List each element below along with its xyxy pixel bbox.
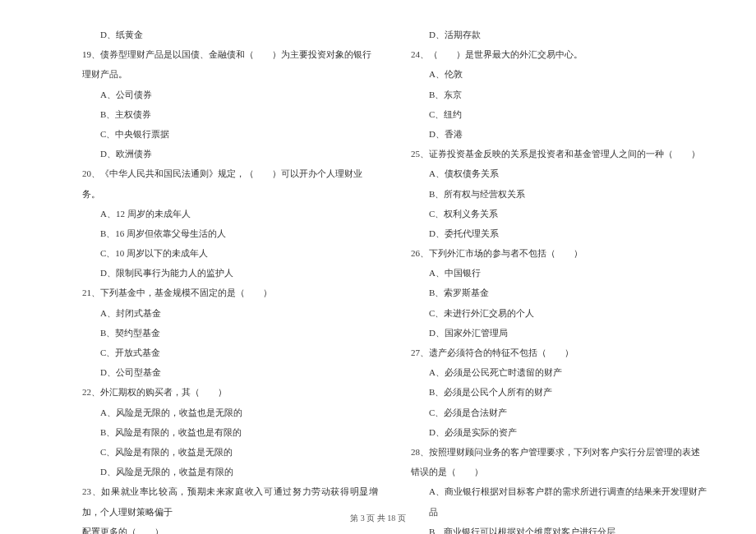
option-21c: C、开放式基金 — [82, 343, 378, 362]
option-22b: B、风险是有限的，收益也是有限的 — [82, 422, 378, 442]
page-content: D、纸黄金 19、债券型理财产品是以国债、金融债和（ ）为主要投资对象的银行理财… — [0, 0, 756, 509]
option-20a: A、12 周岁的未成年人 — [82, 204, 378, 223]
question-22: 22、外汇期权的购买者，其（ ） — [82, 382, 378, 402]
option-27b: B、必须是公民个人所有的财产 — [411, 382, 707, 402]
page-footer: 第 3 页 共 18 页 — [0, 513, 756, 524]
question-19: 19、债券型理财产品是以国债、金融债和（ ）为主要投资对象的银行理财产品。 — [82, 44, 378, 84]
option-26b: B、索罗斯基金 — [411, 283, 707, 302]
option-19d: D、欧洲债券 — [82, 144, 378, 163]
option-25b: B、所有权与经营权关系 — [411, 184, 707, 204]
question-28: 28、按照理财顾问业务的客户管理要求，下列对客户实行分层管理的表述错误的是（ ） — [411, 442, 707, 481]
question-27: 27、遗产必须符合的特征不包括（ ） — [411, 343, 707, 362]
option-20c: C、10 周岁以下的未成年人 — [82, 243, 378, 263]
option-27a: A、必须是公民死亡时遗留的财产 — [411, 362, 707, 382]
option-25a: A、债权债务关系 — [411, 163, 707, 183]
option-26a: A、中国银行 — [411, 263, 707, 283]
option-22c: C、风险是有限的，收益是无限的 — [82, 442, 378, 462]
question-21: 21、下列基金中，基金规模不固定的是（ ） — [82, 283, 378, 302]
option-19a: A、公司债券 — [82, 85, 378, 104]
question-25: 25、证券投资基金反映的关系是投资者和基金管理人之间的一种（ ） — [411, 144, 707, 163]
option-25c: C、权利义务关系 — [411, 204, 707, 223]
option-22a: A、风险是无限的，收益也是无限的 — [82, 403, 378, 422]
right-column: D、活期存款 24、（ ）是世界最大的外汇交易中心。 A、伦敦 B、东京 C、纽… — [411, 25, 707, 476]
question-26: 26、下列外汇市场的参与者不包括（ ） — [411, 243, 707, 263]
option-21b: B、契约型基金 — [82, 323, 378, 343]
option-23d: D、活期存款 — [411, 25, 707, 44]
option-24d: D、香港 — [411, 124, 707, 144]
option-24a: A、伦敦 — [411, 64, 707, 84]
question-24: 24、（ ）是世界最大的外汇交易中心。 — [411, 44, 707, 64]
left-column: D、纸黄金 19、债券型理财产品是以国债、金融债和（ ）为主要投资对象的银行理财… — [82, 25, 378, 476]
option-18d: D、纸黄金 — [82, 25, 378, 44]
option-21d: D、公司型基金 — [82, 362, 378, 382]
option-19c: C、中央银行票据 — [82, 124, 378, 144]
option-25d: D、委托代理关系 — [411, 223, 707, 243]
question-20: 20、《中华人民共和国民法通则》规定，（ ）可以开办个人理财业务。 — [82, 163, 378, 203]
option-22d: D、风险是无限的，收益是有限的 — [82, 462, 378, 481]
option-19b: B、主权债券 — [82, 104, 378, 124]
option-24c: C、纽约 — [411, 104, 707, 124]
option-27c: C、必须是合法财产 — [411, 403, 707, 422]
option-20d: D、限制民事行为能力人的监护人 — [82, 263, 378, 283]
option-20b: B、16 周岁但依靠父母生活的人 — [82, 223, 378, 243]
option-24b: B、东京 — [411, 85, 707, 104]
option-26c: C、未进行外汇交易的个人 — [411, 303, 707, 323]
option-27d: D、必须是实际的资产 — [411, 422, 707, 442]
option-26d: D、国家外汇管理局 — [411, 323, 707, 343]
option-21a: A、封闭式基金 — [82, 303, 378, 323]
